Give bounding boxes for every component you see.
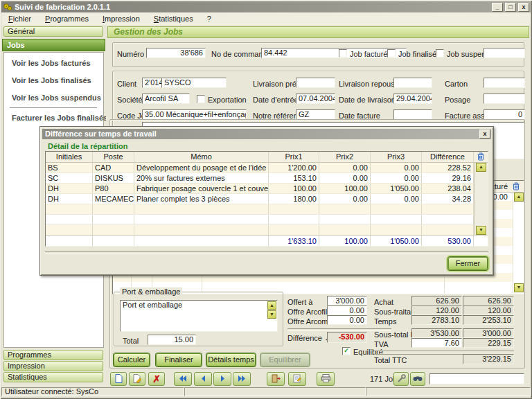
maximize-button[interactable]: □ xyxy=(505,3,516,12)
offre-arcomec-field[interactable]: 0.00 xyxy=(327,315,367,325)
table-row-empty[interactable] xyxy=(46,204,474,215)
date-entree-field[interactable]: 07.04.2004 xyxy=(296,94,335,104)
sidebar-section-general[interactable]: Général xyxy=(3,26,103,37)
offre-arcofil-field[interactable]: 0.00 xyxy=(327,305,367,315)
menu-impression[interactable]: Impression xyxy=(96,13,147,24)
code-job-field[interactable]: 35.00 Mécanique+fil+enfonçage/Divers xyxy=(142,109,247,120)
sidebar-section-jobs[interactable]: Jobs xyxy=(2,39,105,51)
job-finalise-checkbox[interactable] xyxy=(387,49,396,57)
notre-reference-field[interactable]: GZ xyxy=(296,109,335,120)
sidebar-item-jobs-factures[interactable]: Voir les Jobs facturés xyxy=(12,59,91,67)
temps-field-1: 2783.10 xyxy=(411,315,462,325)
posage-label: Posage xyxy=(445,96,470,104)
fermer-button[interactable]: Fermer xyxy=(448,257,488,270)
livraison-prevue-field[interactable] xyxy=(296,78,335,88)
cell-prix2: 0.00 xyxy=(319,194,371,204)
table-row-empty[interactable] xyxy=(46,225,474,236)
posage-field[interactable] xyxy=(484,94,525,104)
col-initiales[interactable]: Initiales xyxy=(46,152,93,162)
table-scrollbar[interactable]: ▲ ▼ xyxy=(474,163,488,235)
date-livraison-field[interactable]: 29.04.2004 xyxy=(393,94,432,104)
trash-icon[interactable] xyxy=(513,182,520,192)
new-record-button[interactable] xyxy=(110,372,127,386)
tva-field-1[interactable]: 7.60 xyxy=(411,338,462,348)
cell-prix1: 153.10 xyxy=(269,173,319,183)
numero-field[interactable]: 38'686 xyxy=(146,48,206,58)
scroll-down-icon[interactable]: ▼ xyxy=(476,226,486,235)
equilibrer-button[interactable]: Equilibrer xyxy=(260,353,310,366)
delete-record-button[interactable]: ✗ xyxy=(148,372,165,386)
menu-programmes[interactable]: Programmes xyxy=(38,13,96,24)
print-button[interactable] xyxy=(317,372,335,386)
col-difference[interactable]: Différence xyxy=(422,152,474,162)
port-total-label: Total xyxy=(123,337,139,345)
minimize-button[interactable]: _ xyxy=(492,3,503,12)
date-facture-field[interactable] xyxy=(393,109,432,120)
menu-statistiques[interactable]: Statistiques xyxy=(147,13,200,24)
report-button[interactable] xyxy=(288,372,306,386)
table-row[interactable]: SC DISKUS 20% sur factures externes 153.… xyxy=(46,173,474,184)
port-total-field[interactable]: 15.00 xyxy=(148,335,196,345)
job-finalise-label: Job finalisé xyxy=(398,50,436,58)
job-facture-checkbox[interactable] xyxy=(339,49,347,57)
status-panel-3 xyxy=(366,387,531,396)
menu-help[interactable]: ? xyxy=(200,13,218,24)
menu-fichier[interactable]: Fichier xyxy=(1,13,38,24)
previous-record-button[interactable] xyxy=(194,372,212,386)
repartition-table-header: Initiales Poste Mémo Prix1 Prix2 Prix3 D… xyxy=(46,152,488,163)
cell-prix3: 0.00 xyxy=(371,173,422,183)
sidebar-item-jobs-finalises[interactable]: Voir les Jobs finalisés xyxy=(12,76,91,85)
offert-a-field[interactable]: 3'000.00 xyxy=(327,296,367,305)
edit-record-button[interactable] xyxy=(129,372,145,386)
scroll-up-icon[interactable]: ▲ xyxy=(476,163,486,172)
sidebar-section-programmes[interactable]: Programmes xyxy=(3,350,103,360)
scroll-down-icon[interactable]: ▼ xyxy=(267,310,276,319)
find-button[interactable] xyxy=(410,372,425,386)
job-suspendu-checkbox[interactable] xyxy=(436,49,444,57)
client-code-field[interactable]: 2'014 xyxy=(142,78,162,88)
table-row-empty[interactable] xyxy=(46,215,474,225)
col-memo[interactable]: Mémo xyxy=(134,152,269,162)
exportation-checkbox[interactable] xyxy=(197,95,205,103)
cell-memo: Développement du posage et de l'idée d'u… xyxy=(134,163,269,172)
quick-search-input[interactable] xyxy=(429,373,524,384)
scroll-up-icon[interactable]: ▲ xyxy=(267,301,276,310)
total-prix3: 1'050.00 xyxy=(371,236,422,246)
facture-associee-field[interactable]: 0 xyxy=(484,109,525,120)
total-prix1: 1'633.10 xyxy=(269,236,319,246)
exit-button[interactable] xyxy=(267,372,285,386)
port-memo-field[interactable]: Port et emballage ▲ ▼ xyxy=(120,300,278,332)
col-poste[interactable]: Poste xyxy=(93,152,134,162)
scroll-up-icon[interactable]: ▲ xyxy=(514,193,524,202)
repartition-totals-row: 1'633.10 100.00 1'050.00 530.00 xyxy=(46,235,488,246)
col-prix1[interactable]: Prix1 xyxy=(269,152,319,162)
first-record-button[interactable] xyxy=(174,372,192,386)
trash-icon[interactable] xyxy=(474,152,488,162)
next-record-button[interactable] xyxy=(213,372,231,386)
scroll-down-icon[interactable]: ▼ xyxy=(514,283,524,292)
sidebar-section-impression[interactable]: Impression xyxy=(3,361,103,371)
last-record-button[interactable] xyxy=(233,372,251,386)
sidebar-section-statistiques[interactable]: Statistiques xyxy=(3,372,103,382)
suspendu-extra-field[interactable] xyxy=(484,48,525,58)
calculer-button[interactable]: Calculer xyxy=(114,353,150,366)
sidebar-item-facturer-jobs[interactable]: Facturer les Jobs finalisés xyxy=(12,114,107,122)
search-tool-button[interactable] xyxy=(393,372,409,386)
sidebar-item-jobs-suspendus[interactable]: Voir les Jobs suspendus xyxy=(12,94,101,102)
dialog-title-bar[interactable]: Différence sur temps de travail x xyxy=(42,129,491,139)
equilibre-checkbox[interactable]: ✓ xyxy=(342,347,351,355)
table-row[interactable]: BS CAD Développement du posage et de l'i… xyxy=(46,163,474,173)
dialog-close-icon[interactable]: x xyxy=(479,130,490,139)
table-row[interactable]: DH MECAMEC Planer complet les 3 pièces 1… xyxy=(46,194,474,204)
col-prix2[interactable]: Prix2 xyxy=(319,152,371,162)
client-name-field[interactable]: SYSCO xyxy=(161,78,227,88)
details-temps-button[interactable]: Détails temps xyxy=(206,353,256,366)
sidebar-separator xyxy=(10,107,97,108)
finaliser-button[interactable]: Finaliser xyxy=(156,353,202,366)
col-prix3[interactable]: Prix3 xyxy=(371,152,422,162)
close-button[interactable]: x xyxy=(518,3,529,12)
carton-field[interactable] xyxy=(484,78,525,88)
societe-field[interactable]: Arcofil SA xyxy=(142,94,190,104)
table-row[interactable]: DH P80 Fabriquer posage couvercle 1 et c… xyxy=(46,184,474,194)
livraison-repoussee-field[interactable] xyxy=(393,78,432,88)
